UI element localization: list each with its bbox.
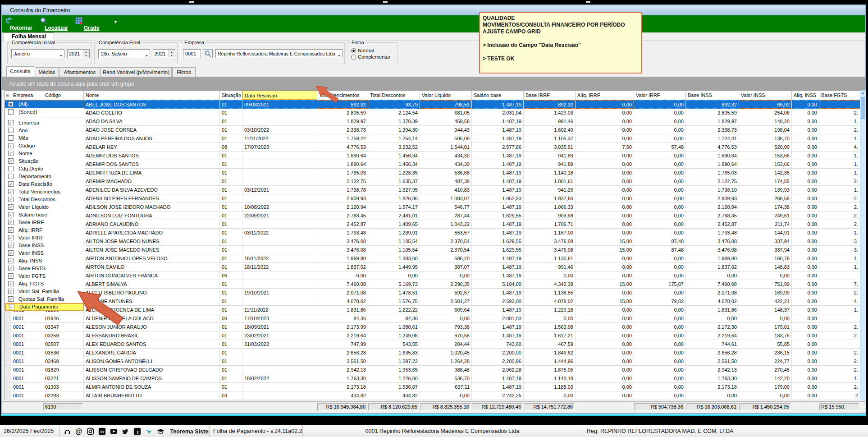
column-header-codigo[interactable]: Código [43, 91, 84, 100]
checkbox-unchecked-icon[interactable] [8, 109, 14, 115]
field-chooser-item-aliq-fgts[interactable]: ✓Aliq. FGTS [5, 280, 84, 288]
table-row[interactable]: ADILSON JOSE IZIDORO MACHADO0110/08/2022… [5, 203, 860, 212]
retornar-button[interactable]: Retornar [5, 16, 38, 32]
checkbox-checked-icon[interactable]: ✓ [8, 258, 14, 263]
vertical-scrollbar[interactable]: ▲ ▼ [860, 90, 866, 412]
empresa-code-input[interactable]: 0001 [183, 49, 201, 58]
chevron-down-icon[interactable]: ▼ [145, 52, 148, 58]
table-row[interactable]: AIRTON GONCALVES FRANCA060,000,000,001.4… [5, 271, 860, 280]
window-titlebar[interactable]: Consulta do Financeiro [2, 5, 865, 15]
table-row[interactable]: ADAO COELHO012.805,592.124,54681,052.031… [5, 109, 860, 117]
field-chooser-item-valor-sal-fam-lia[interactable]: ✓Valor Sal. Família [5, 288, 84, 295]
field-chooser-item-valor-inss[interactable]: ✓Valor INSS [5, 249, 84, 257]
column-header-rescisao[interactable]: Data Rescisão [242, 91, 317, 100]
table-row[interactable]: 000103347ALESON JUNIOR ARAUJO0118/09/202… [5, 323, 860, 331]
table-row[interactable]: ADNILSON LUIZ FONTOURA0122/09/20212.768,… [5, 212, 860, 220]
table-row[interactable]: ADRIELE APARECIDA MACHADO0103/11/20221.7… [5, 229, 860, 237]
column-header-vinss[interactable]: Valor INSS [739, 91, 792, 100]
column-header-binss[interactable]: Base INSS [686, 91, 739, 100]
table-row[interactable]: ADAO PEREIRA DOS ANJOS0111/11/20221.759,… [5, 134, 860, 143]
column-header-birrf[interactable]: Base IRRF [524, 91, 576, 100]
twitter-icon[interactable] [122, 428, 129, 435]
field-chooser-item--sorted-[interactable]: (Sorted) [5, 108, 84, 116]
table-row[interactable]: 000103469ALISON GOMES ANTONELLI012.561,5… [5, 357, 860, 366]
checkbox-checked-icon[interactable]: ✓ [8, 296, 14, 302]
competencia-final-year-stepper[interactable]: 2021 ▲▼ [153, 49, 175, 58]
table-row[interactable]: 000103259ALESSANDRO BRASIL0123/02/20212.… [5, 331, 860, 340]
field-chooser-item-cdg-depto[interactable]: Cdg.Depto [5, 165, 84, 173]
checkbox-checked-icon[interactable]: ✓ [8, 151, 14, 156]
column-header-ainss[interactable]: Aliq. INSS [792, 91, 819, 100]
column-header-td[interactable]: Total Descontos [368, 91, 420, 100]
checkbox-checked-icon[interactable]: ✓ [8, 158, 14, 164]
checkbox-checked-icon[interactable]: ✓ [8, 266, 14, 271]
at-icon[interactable]: @ [75, 428, 82, 435]
field-chooser-item-base-inss[interactable]: ✓Base INSS [5, 242, 84, 249]
column-header-airrf[interactable]: Alíq. IRRF [576, 91, 634, 100]
linkedin-icon[interactable]: in [98, 428, 106, 435]
field-chooser-item-empresa[interactable]: ✓Empresa [5, 119, 84, 127]
field-chooser-item-nome[interactable]: ✓Nome [5, 150, 84, 157]
tab-afastamentos[interactable]: Afastamentos [59, 67, 100, 77]
column-header-vl[interactable]: Valor Líquido [420, 91, 472, 100]
facebook-icon[interactable]: f [133, 428, 141, 435]
column-header-sb[interactable]: Salário base [472, 91, 524, 100]
grade-button[interactable]: Grade [75, 16, 108, 32]
tab-consulta[interactable]: Consulta [6, 66, 34, 77]
graduation-cap-icon[interactable] [157, 428, 164, 435]
field-chooser-item-total-descontos[interactable]: ✓Total Descontos [5, 196, 84, 203]
table-row[interactable]: 000103221ALISSON SAMPAIO DE CAMPOS0118/0… [5, 374, 860, 383]
field-chooser-item-valor-fgts[interactable]: ✓Valor FGTS [5, 272, 84, 280]
tab-m-dias[interactable]: Médias [35, 67, 59, 77]
field-chooser-item-data-rescis-o[interactable]: ✓Data Rescisão [5, 180, 84, 188]
table-row[interactable]: ALCEU RIBEIRO PAULINO0119/10/20212.071,0… [5, 289, 860, 297]
field-chooser-item-departamento[interactable]: Departamento [5, 173, 84, 180]
field-chooser-item-sal-rio-base[interactable]: ✓Salário base [5, 211, 84, 219]
checkbox-checked-icon[interactable]: ✓ [8, 289, 14, 294]
instagram-icon[interactable] [87, 428, 94, 435]
checkbox-checked-icon[interactable]: ✓ [9, 304, 14, 309]
table-row[interactable]: 000102293ALTAIR BRUNHEROTTO03434,82434,8… [5, 391, 860, 400]
group-by-band[interactable]: Arraste um título de coluna aqui para cr… [2, 77, 865, 90]
table-row[interactable]: ADEMIR DOS SANTOS011.890,641.456,34434,3… [5, 160, 860, 169]
field-chooser-item-al-q-irrf[interactable]: ✓Alíq. IRRF [5, 226, 84, 234]
checkbox-unchecked-icon[interactable] [8, 135, 14, 141]
table-row[interactable]: ALCIONE ANTUNES014.078,021.576,752.501,2… [5, 297, 860, 306]
localizar-button[interactable]: Localizar [40, 16, 73, 32]
column-header-virrf[interactable]: Valor IRRF [634, 91, 686, 100]
column-header-empresa[interactable]: Empresa [11, 91, 43, 100]
table-row[interactable]: 000103536ALEXANDRE GARCIA012.656,281.635… [5, 349, 860, 357]
column-chooser-icon[interactable]: ≡ [5, 91, 11, 100]
table-row[interactable]: ADEMIR MACHADO012.122,751.635,37487,381.… [5, 177, 860, 186]
column-header-situacao[interactable]: Situação [220, 91, 242, 100]
table-row[interactable]: 000101829ALISSON CRISTOVAO DELGADO012.94… [5, 366, 860, 374]
table-row[interactable]: ADENILCE DA SILVA AZEVEDO0103/12/20211.7… [5, 186, 860, 194]
headset-icon[interactable] [64, 428, 71, 435]
empresa-name-select[interactable]: Repinho Reflorestadora Madeiras E Compen… [215, 49, 343, 58]
field-chooser-item-valor-l-quido[interactable]: ✓Valor Líquido [5, 203, 84, 211]
scrollbar-thumb[interactable] [861, 97, 865, 119]
field-chooser-item-base-irrf[interactable]: ✓Base IRRF [5, 219, 84, 226]
field-chooser-item-c-digo[interactable]: ✓Código [5, 142, 84, 150]
table-row[interactable]: 000102256ALCIONE PROENCA DE LIMA0111/11/… [5, 306, 860, 314]
toolbar-dropdown-button[interactable]: ▼ [114, 20, 118, 24]
competencia-inicial-year-stepper[interactable]: 2021 ▲▼ [67, 49, 90, 58]
table-row[interactable]: AIRTON ANTONIO LOPES VELOSO0116/11/20221… [5, 254, 860, 263]
checkbox-checked-icon[interactable]: ✓ [8, 212, 14, 217]
field-chooser-item-data-pagamento[interactable]: ✓Data Pagamento [5, 303, 84, 311]
checkbox-unchecked-icon[interactable] [8, 128, 14, 133]
column-header-nome[interactable]: Nome [84, 91, 220, 100]
table-row[interactable]: ABEL JOSE DOS SANTOS0109/03/2021892,3293… [5, 100, 860, 109]
tab-rend-vari-vel-p-movimento-[interactable]: Rend.Variável (p/Movimento) [101, 67, 172, 77]
table-row[interactable]: AILTON JOSE MACEDO NUNES013.476,081.105,… [5, 246, 860, 254]
table-row[interactable]: ALBERT SIMALYA017.460,085.169,732.290,35… [5, 280, 860, 289]
field-chooser-item--all-[interactable]: (All) [5, 101, 84, 108]
radio-normal[interactable]: Normal [351, 47, 390, 54]
table-row[interactable]: ADAO DA SILVA011.829,971.370,39459,581.4… [5, 117, 860, 126]
checkbox-checked-icon[interactable]: ✓ [8, 220, 14, 225]
checkbox-unchecked-icon[interactable] [8, 166, 14, 171]
checkbox-checked-icon[interactable]: ✓ [8, 120, 14, 125]
radio-complementar[interactable]: Complementar [351, 54, 390, 60]
chevron-down-icon[interactable]: ▼ [338, 52, 341, 58]
tab-filtros[interactable]: Filtros [172, 67, 196, 77]
